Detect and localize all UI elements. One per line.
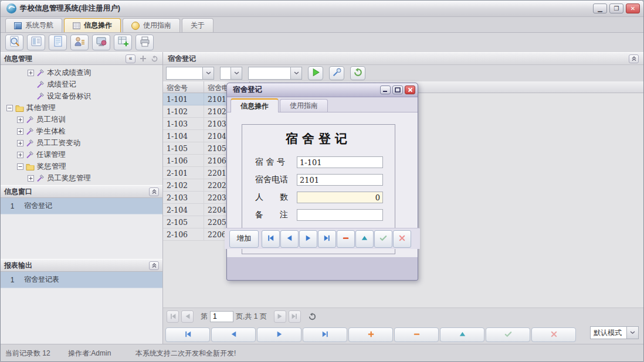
tree-item-tool[interactable]: 成绩登记 [1, 78, 162, 90]
tab-about[interactable]: 关于 [182, 18, 213, 32]
dialog-title: 宿舍登记 [233, 85, 262, 95]
tree-item-tool[interactable]: 任课管理 [1, 149, 162, 160]
window-list-item[interactable]: 1宿舍登记 [1, 198, 162, 214]
refresh-icon[interactable] [150, 54, 159, 63]
close-button[interactable]: ✕ [626, 4, 640, 13]
page-last-button[interactable] [289, 310, 301, 323]
chevron-down-icon[interactable] [231, 67, 242, 80]
dialog-maximize-button[interactable] [392, 86, 403, 94]
table-cell: 1-105 [163, 142, 204, 155]
chevron-down-icon[interactable] [202, 67, 214, 80]
footer-prev-button[interactable] [211, 327, 256, 342]
tree-item-tool[interactable]: 本次成绩查询 [1, 67, 162, 78]
wand-button[interactable] [329, 66, 344, 80]
next-icon [304, 234, 313, 244]
dialog-first-button[interactable] [262, 230, 280, 248]
footer-ok-button[interactable] [486, 327, 530, 342]
tree-item-tool[interactable]: 员工奖惩管理 [1, 172, 162, 184]
dialog-ok-button[interactable] [374, 230, 392, 248]
dialog-prev-button[interactable] [280, 230, 299, 248]
dorm-phone-input[interactable] [297, 174, 383, 186]
tree-item-label: 任课管理 [36, 150, 66, 160]
table-add-button[interactable] [114, 35, 132, 50]
minimize-button[interactable]: ▁ [593, 4, 607, 13]
page-refresh-icon[interactable] [308, 312, 317, 321]
record-count-label: 当前记录数 12 [5, 349, 50, 358]
filter-combo-1[interactable] [166, 67, 214, 80]
tab-info-operate[interactable]: 信息操作 [64, 18, 121, 32]
collapse-left-icon[interactable]: « [126, 54, 135, 63]
form-button[interactable] [27, 35, 45, 50]
collapse-up-icon[interactable] [149, 187, 159, 196]
info-panel-title: 信息管理 [4, 54, 32, 64]
dialog-last-button[interactable] [318, 230, 336, 248]
refresh-button[interactable] [350, 66, 365, 80]
table-cell: 1-104 [163, 130, 204, 142]
collapse-up-icon[interactable] [629, 54, 639, 63]
cancel-icon [550, 330, 558, 340]
operator-label: 操作者:Admin [68, 349, 111, 358]
tree-item-tool[interactable]: 员工工资变动 [1, 137, 162, 149]
filter-combo-3[interactable] [248, 67, 302, 80]
restore-button[interactable]: ❐ [609, 4, 623, 13]
user-button[interactable] [70, 35, 89, 50]
dialog-next-button[interactable] [299, 230, 317, 248]
tree-item-label: 奖惩管理 [37, 162, 66, 172]
prev-icon [285, 234, 294, 244]
sidebar: 信息管理 « 本次成绩查询成绩登记设定备份标识其他管理员工培训学生体检员工工资变… [1, 52, 163, 344]
run-button[interactable] [308, 66, 323, 80]
dialog-titlebar[interactable]: 宿舍登记 [227, 83, 418, 97]
chevron-down-icon[interactable] [626, 326, 639, 339]
footer-cancel-button[interactable] [531, 327, 576, 342]
dorm-no-input[interactable] [297, 156, 383, 168]
tree-item-tool[interactable]: 设定备份标识 [1, 90, 162, 102]
tree-item-folder[interactable]: 其他管理 [1, 102, 162, 114]
tab-system-nav[interactable]: 系统导航 [5, 18, 62, 32]
dorm-dialog: 宿舍登记 信息操作 使用指南 宿舍登记 [226, 83, 418, 281]
search-icon [8, 35, 21, 50]
footer-remove-button[interactable] [394, 327, 439, 342]
dialog-minimize-button[interactable] [380, 86, 391, 94]
list-item-index: 1 [1, 202, 24, 210]
page-first-button[interactable] [167, 310, 179, 323]
wand-icon [332, 67, 342, 79]
tree-item-label: 本次成绩查询 [47, 68, 91, 78]
footer-add-button[interactable] [348, 327, 393, 342]
remark-input[interactable] [297, 209, 383, 221]
collapse-up-icon[interactable] [149, 261, 159, 270]
document-button[interactable] [49, 35, 67, 50]
filter-combo-2[interactable] [220, 67, 242, 80]
footer-up-button[interactable] [440, 327, 484, 342]
dialog-cancel-button[interactable] [393, 230, 411, 248]
tree-item-folder[interactable]: 奖惩管理 [1, 160, 162, 172]
people-count-input [297, 192, 383, 203]
footer-next-button[interactable] [257, 327, 301, 342]
search-button[interactable] [5, 35, 23, 50]
page-next-button[interactable] [274, 310, 286, 323]
first-icon [266, 234, 275, 244]
chevron-down-icon[interactable] [290, 67, 302, 80]
dialog-tab-info-operate[interactable]: 信息操作 [231, 98, 279, 112]
grid-column-header[interactable]: 宿舍号 [163, 81, 204, 93]
add-record-button[interactable]: 增加 [229, 230, 259, 248]
list-item-label: 宿舍登记 [24, 201, 52, 211]
page-prev-button[interactable] [181, 310, 194, 323]
add-icon[interactable] [138, 54, 147, 63]
monitor-button[interactable] [92, 35, 110, 50]
dialog-remove-button[interactable] [337, 230, 355, 248]
report-list-item[interactable]: 1宿舍登记表 [1, 272, 162, 288]
info-tree: 本次成绩查询成绩登记设定备份标识其他管理员工培训学生体检员工工资变动任课管理奖惩… [1, 65, 162, 185]
mode-select[interactable]: 默认模式 [590, 326, 639, 339]
printer-button[interactable] [135, 35, 154, 50]
main-toolbar [1, 33, 643, 52]
footer-first-button[interactable] [165, 327, 210, 342]
dialog-close-button[interactable] [405, 86, 415, 94]
footer-last-button[interactable] [303, 327, 347, 342]
page-number-input[interactable] [210, 311, 233, 322]
document-icon [52, 35, 65, 50]
dialog-up-button[interactable] [355, 230, 374, 248]
tree-item-tool[interactable]: 学生体检 [1, 125, 162, 137]
dialog-tab-guide[interactable]: 使用指南 [280, 99, 328, 112]
tree-item-tool[interactable]: 员工培训 [1, 114, 162, 125]
tab-guide[interactable]: 使用指南 [123, 18, 180, 32]
